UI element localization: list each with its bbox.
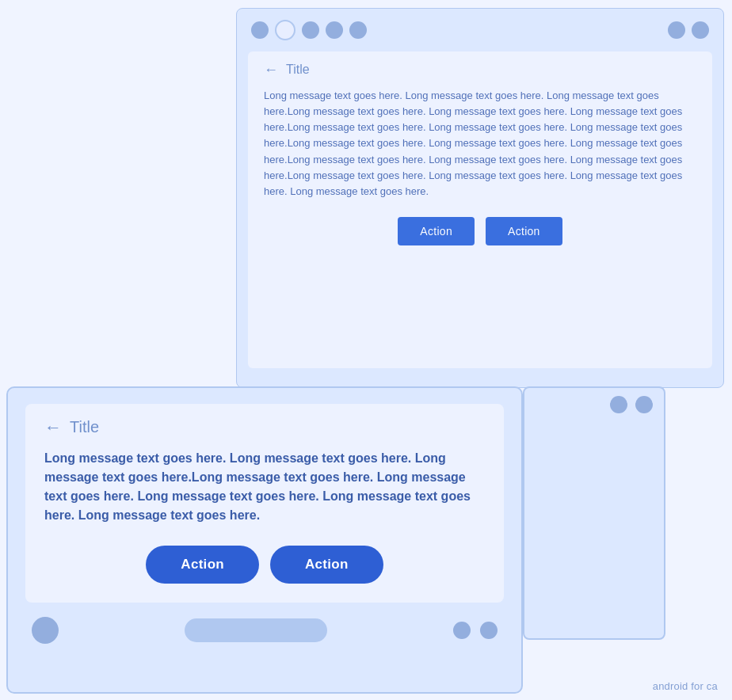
top-title-bar: ← Title [264, 63, 696, 77]
status-bar-top [237, 9, 723, 51]
top-phone-content: ← Title Long message text goes here. Lon… [248, 51, 712, 368]
nav-dot-r1 [453, 622, 471, 639]
status-dot-5 [349, 21, 367, 39]
top-title: Title [286, 63, 310, 77]
bottom-phone-content: ← Title Long message text goes here. Lon… [25, 404, 504, 603]
panel-dot-1 [610, 396, 627, 413]
bottom-message-text: Long message text goes here. Long messag… [44, 449, 485, 525]
back-arrow-icon[interactable]: ← [264, 63, 278, 77]
status-dot-2 [275, 20, 295, 40]
phone-top-frame: ← Title Long message text goes here. Lon… [236, 8, 724, 388]
status-dot-3 [302, 21, 319, 39]
nav-pill [185, 618, 327, 642]
panel-right [523, 386, 665, 640]
nav-right-dots [453, 622, 498, 639]
status-dot-r2 [692, 21, 709, 39]
bottom-action-button-2[interactable]: Action [270, 546, 383, 584]
status-bar-left-dots [251, 20, 367, 40]
status-dot-r1 [668, 21, 685, 39]
status-bar-right-dots [668, 21, 709, 39]
panel-dot-2 [635, 396, 653, 413]
bottom-title: Title [70, 418, 99, 436]
bottom-nav-bar [8, 609, 521, 652]
bottom-buttons-row: Action Action [44, 546, 485, 584]
top-action-button-1[interactable]: Action [398, 217, 475, 245]
top-buttons-row: Action Action [264, 217, 696, 245]
phone-bottom-frame: ← Title Long message text goes here. Lon… [6, 386, 523, 694]
nav-dot-r2 [480, 622, 498, 639]
watermark: android for ca [653, 680, 718, 692]
bottom-back-arrow-icon[interactable]: ← [44, 419, 62, 436]
bottom-action-button-1[interactable]: Action [146, 546, 259, 584]
status-dot-4 [326, 21, 343, 39]
bottom-title-bar: ← Title [44, 418, 485, 436]
top-action-button-2[interactable]: Action [486, 217, 562, 245]
panel-right-nav [524, 388, 664, 421]
nav-dot-left [32, 617, 59, 644]
status-dot-1 [251, 21, 269, 39]
top-message-text: Long message text goes here. Long messag… [264, 88, 696, 200]
